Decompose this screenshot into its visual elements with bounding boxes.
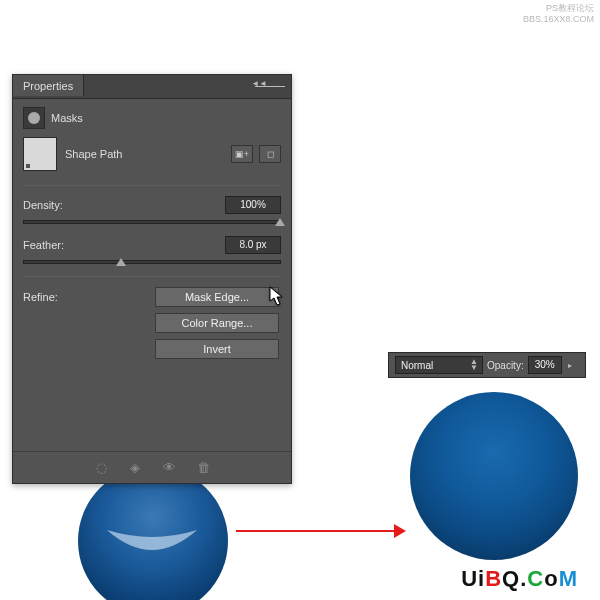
- blend-mode-dropdown[interactable]: Normal ▲▼: [395, 356, 483, 374]
- add-mask-icon[interactable]: ▣+: [231, 145, 253, 163]
- toggle-visibility-icon[interactable]: 👁: [161, 460, 177, 476]
- invert-button[interactable]: Invert: [155, 339, 279, 359]
- opacity-caret-icon[interactable]: ▸: [566, 361, 574, 370]
- masks-icon: [23, 107, 45, 129]
- density-slider[interactable]: [23, 220, 281, 224]
- mouse-cursor-icon: [269, 286, 285, 308]
- properties-panel: Properties ◄◄ Masks Shape Path ▣+ ◻ Dens…: [12, 74, 292, 484]
- panel-menu-icon[interactable]: [255, 79, 285, 91]
- shape-path-label: Shape Path: [65, 148, 123, 160]
- tab-properties[interactable]: Properties: [13, 75, 84, 96]
- mask-edge-button[interactable]: Mask Edge...: [155, 287, 279, 307]
- opacity-label: Opacity:: [487, 360, 524, 371]
- refine-label: Refine:: [23, 287, 58, 303]
- apply-mask-icon[interactable]: ◈: [127, 460, 143, 476]
- masks-label: Masks: [51, 112, 83, 124]
- feather-slider-thumb[interactable]: [116, 258, 126, 266]
- feather-label: Feather:: [23, 239, 64, 251]
- dropdown-caret-icon: ▲▼: [470, 359, 478, 371]
- path-target-icon[interactable]: ◻: [259, 145, 281, 163]
- panel-tabbar: Properties ◄◄: [13, 75, 291, 99]
- divider: [23, 276, 281, 277]
- blend-mode-value: Normal: [401, 360, 433, 371]
- color-range-button[interactable]: Color Range...: [155, 313, 279, 333]
- watermark-line1: PS教程论坛: [523, 3, 594, 14]
- mask-thumbnail[interactable]: [23, 137, 57, 171]
- panel-footer: ◌ ◈ 👁 🗑: [13, 451, 291, 483]
- feather-slider[interactable]: [23, 260, 281, 264]
- site-brand: UiBQ.CoM: [461, 566, 578, 592]
- preview-highlight: [102, 522, 202, 562]
- opacity-value[interactable]: 30%: [528, 356, 562, 374]
- density-value[interactable]: 100%: [225, 196, 281, 214]
- watermark: PS教程论坛 BBS.16XX8.COM: [523, 3, 594, 25]
- density-label: Density:: [23, 199, 63, 211]
- preview-sphere-result: [410, 392, 578, 560]
- layer-options-bar: Normal ▲▼ Opacity: 30% ▸: [388, 352, 586, 378]
- delete-icon[interactable]: 🗑: [195, 460, 211, 476]
- density-slider-thumb[interactable]: [275, 218, 285, 226]
- arrow-indicator: [236, 524, 406, 538]
- selection-icon[interactable]: ◌: [93, 460, 109, 476]
- watermark-line2: BBS.16XX8.COM: [523, 14, 594, 25]
- feather-value[interactable]: 8.0 px: [225, 236, 281, 254]
- divider: [23, 185, 281, 186]
